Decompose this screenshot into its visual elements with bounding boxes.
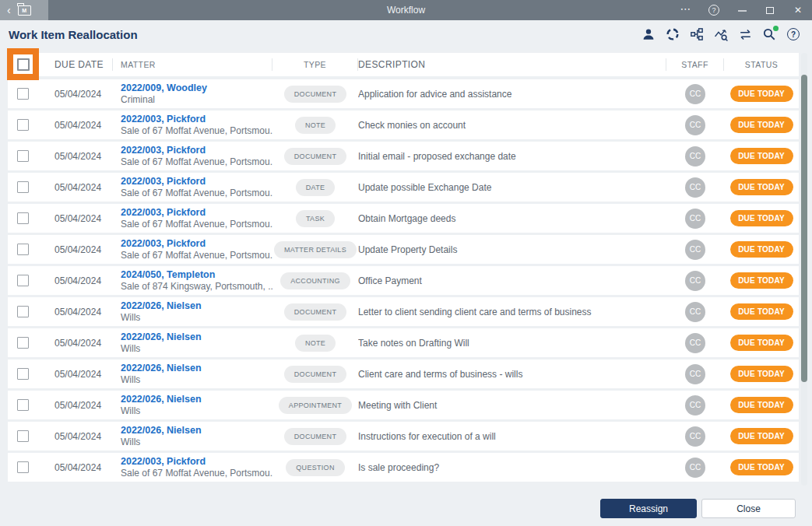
- column-header-status[interactable]: STATUS: [724, 53, 799, 76]
- table-row[interactable]: 05/04/2024 2022/003, Pickford Sale of 67…: [8, 142, 799, 170]
- status-cell: DUE TODAY: [724, 359, 799, 388]
- close-icon[interactable]: ✕: [784, 0, 812, 20]
- matter-link[interactable]: 2022/026, Nielsen: [121, 331, 202, 342]
- swap-arrows-icon[interactable]: [737, 26, 753, 42]
- status-cell: DUE TODAY: [724, 266, 799, 295]
- matter-description: Sale of 67 Moffat Avenue, Portsmou...: [121, 468, 272, 479]
- maximize-icon[interactable]: [756, 0, 784, 20]
- row-check-cell: [8, 142, 47, 170]
- row-check-cell: [8, 297, 47, 326]
- due-date: 05/04/2024: [47, 453, 113, 482]
- matter-link[interactable]: 2022/026, Nielsen: [121, 300, 202, 311]
- row-checkbox[interactable]: [17, 150, 29, 162]
- row-checkbox[interactable]: [17, 244, 29, 255]
- row-checkbox[interactable]: [17, 212, 29, 224]
- staff-avatar: CC: [685, 395, 705, 416]
- due-date: 05/04/2024: [47, 110, 113, 139]
- table-row[interactable]: 05/04/2024 2022/003, Pickford Sale of 67…: [8, 204, 799, 233]
- work-item-description: Office Payment: [358, 266, 666, 295]
- reassign-button[interactable]: Reassign: [600, 499, 697, 518]
- work-item-description: Obtain Mortgage deeds: [358, 204, 666, 233]
- matter-link[interactable]: 2022/003, Pickford: [121, 176, 206, 187]
- table-row[interactable]: 05/04/2024 2024/050, Templeton Sale of 8…: [8, 266, 799, 295]
- status-badge: DUE TODAY: [730, 86, 793, 102]
- table-row[interactable]: 05/04/2024 2022/003, Pickford Sale of 67…: [8, 235, 799, 264]
- row-checkbox[interactable]: [17, 181, 29, 193]
- help-icon[interactable]: ?: [786, 26, 801, 42]
- row-check-cell: [8, 235, 47, 264]
- type-badge: ACCOUNTING: [280, 272, 350, 289]
- row-checkbox[interactable]: [17, 88, 29, 100]
- due-date: 05/04/2024: [47, 142, 113, 170]
- row-checkbox[interactable]: [17, 306, 29, 317]
- table-row[interactable]: 05/04/2024 2022/009, Woodley Criminal DO…: [8, 79, 799, 108]
- row-checkbox[interactable]: [17, 430, 29, 442]
- matter-link[interactable]: 2022/009, Woodley: [121, 82, 207, 93]
- table-row[interactable]: 05/04/2024 2022/026, Nielsen Wills DOCUM…: [8, 422, 799, 451]
- matter-folder-icon[interactable]: M: [18, 5, 31, 16]
- column-header-type[interactable]: TYPE: [272, 58, 358, 71]
- titlebar-help-icon[interactable]: ?: [700, 0, 728, 20]
- more-options-icon[interactable]: ⋯: [672, 0, 700, 20]
- help-glyph: ?: [708, 5, 719, 16]
- row-checkbox[interactable]: [17, 399, 29, 411]
- close-button[interactable]: Close: [701, 499, 796, 518]
- table-row[interactable]: 05/04/2024 2022/026, Nielsen Wills DOCUM…: [8, 297, 799, 326]
- type-badge: APPOINTMENT: [279, 397, 352, 414]
- vertical-scrollbar-thumb[interactable]: [801, 75, 807, 382]
- table-row[interactable]: 05/04/2024 2022/026, Nielsen Wills DOCUM…: [8, 359, 799, 388]
- matter-link[interactable]: 2022/003, Pickford: [121, 114, 206, 124]
- row-check-cell: [8, 422, 47, 451]
- column-header-description[interactable]: DESCRIPTION: [358, 58, 666, 71]
- type-badge: DATE: [296, 179, 336, 196]
- minimize-icon[interactable]: [728, 0, 756, 20]
- table-row[interactable]: 05/04/2024 2022/026, Nielsen Wills APPOI…: [8, 391, 799, 419]
- row-checkbox[interactable]: [17, 368, 29, 380]
- due-date: 05/04/2024: [47, 422, 113, 451]
- matter-link[interactable]: 2022/003, Pickford: [121, 145, 206, 156]
- matter-description: Sale of 874 Kingsway, Portsmouth, ...: [121, 281, 272, 292]
- status-cell: DUE TODAY: [724, 297, 799, 326]
- matter-cell: 2022/026, Nielsen Wills: [113, 359, 272, 388]
- staff-cell: CC: [666, 173, 724, 202]
- status-badge: DUE TODAY: [730, 117, 793, 133]
- row-checkbox[interactable]: [17, 337, 29, 349]
- sync-icon[interactable]: [665, 26, 680, 42]
- vertical-scrollbar-track[interactable]: [801, 53, 807, 486]
- table-row[interactable]: 05/04/2024 2022/003, Pickford Sale of 67…: [8, 453, 799, 482]
- matter-link[interactable]: 2022/026, Nielsen: [121, 425, 202, 436]
- row-checkbox[interactable]: [17, 275, 29, 286]
- matter-description: Sale of 67 Moffat Avenue, Portsmou...: [121, 125, 272, 136]
- select-all-checkbox[interactable]: [17, 58, 30, 71]
- row-checkbox[interactable]: [17, 119, 29, 131]
- table-row[interactable]: 05/04/2024 2022/003, Pickford Sale of 67…: [8, 173, 799, 202]
- activity-search-icon[interactable]: [713, 26, 729, 42]
- matter-description: Wills: [121, 405, 140, 416]
- status-badge: DUE TODAY: [730, 210, 793, 226]
- type-badge: DOCUMENT: [284, 303, 346, 321]
- workflow-map-icon[interactable]: [689, 26, 705, 42]
- search-icon[interactable]: [761, 26, 777, 42]
- matter-link[interactable]: 2022/026, Nielsen: [121, 394, 202, 405]
- row-checkbox[interactable]: [17, 461, 29, 473]
- matter-link[interactable]: 2022/003, Pickford: [121, 238, 206, 249]
- back-icon[interactable]: ‹: [7, 5, 11, 16]
- status-cell: DUE TODAY: [724, 79, 799, 108]
- type-cell: MATTER DETAILS: [272, 235, 358, 264]
- staff-cell: CC: [666, 453, 724, 482]
- column-header-due-date[interactable]: DUE DATE: [47, 58, 113, 71]
- status-cell: DUE TODAY: [724, 142, 799, 170]
- staff-avatar: CC: [685, 177, 705, 198]
- matter-link[interactable]: 2022/026, Nielsen: [121, 363, 202, 373]
- work-item-description: Instructions for execution of a will: [358, 422, 666, 451]
- matter-link[interactable]: 2024/050, Templeton: [121, 269, 215, 280]
- matter-link[interactable]: 2022/003, Pickford: [121, 456, 206, 467]
- work-item-description: Check monies on account: [358, 110, 666, 139]
- window-controls: ⋯ ? ✕: [672, 0, 812, 20]
- table-row[interactable]: 05/04/2024 2022/003, Pickford Sale of 67…: [8, 110, 799, 139]
- column-header-staff[interactable]: STAFF: [666, 58, 724, 71]
- user-icon[interactable]: [641, 26, 656, 42]
- matter-link[interactable]: 2022/003, Pickford: [121, 207, 206, 218]
- column-header-matter[interactable]: MATTER: [113, 58, 272, 71]
- table-row[interactable]: 05/04/2024 2022/026, Nielsen Wills NOTE …: [8, 328, 799, 357]
